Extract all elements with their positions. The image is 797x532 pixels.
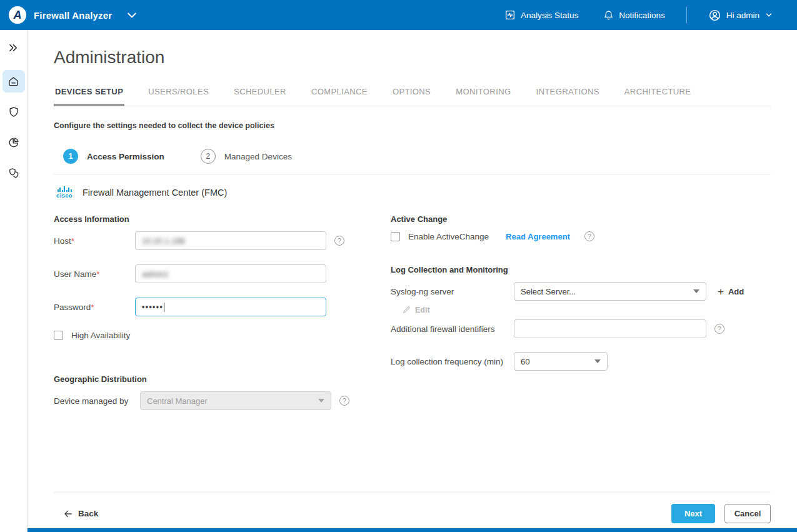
password-dots: •••••• — [142, 303, 163, 311]
log-collection-heading: Log Collection and Monitoring — [391, 265, 771, 274]
user-menu-button[interactable]: Hi admin — [698, 9, 783, 22]
sidebar-expand-button[interactable] — [3, 36, 25, 59]
host-label: Host* — [54, 236, 135, 246]
high-availability-checkbox[interactable] — [54, 331, 63, 340]
chevron-down-icon — [693, 289, 699, 293]
password-input[interactable]: •••••• — [135, 298, 326, 316]
syslog-server-row: Syslog-ng server Select Server... + Add — [391, 282, 771, 301]
cisco-logo-icon: cisco — [54, 186, 75, 199]
user-menu-chevron-icon — [764, 11, 773, 19]
tab-monitoring[interactable]: MONITORING — [454, 83, 512, 106]
app-title: Firewall Analyzer — [34, 10, 112, 21]
tab-scheduler[interactable]: SCHEDULER — [233, 83, 288, 106]
back-button[interactable]: Back — [63, 509, 98, 519]
read-agreement-link[interactable]: Read Agreement — [506, 232, 570, 241]
username-row: User Name* admin1 — [54, 264, 350, 283]
bell-icon — [603, 10, 614, 21]
analysis-status-button[interactable]: Analysis Status — [494, 9, 588, 21]
firewall-identifiers-row: Additional firewall identifiers ? — [391, 319, 771, 338]
firewall-identifiers-input[interactable] — [514, 319, 706, 338]
app-logo-icon[interactable]: A — [9, 6, 26, 24]
tab-options[interactable]: OPTIONS — [391, 83, 432, 106]
analysis-status-label: Analysis Status — [521, 11, 578, 20]
step-2-badge: 2 — [201, 149, 216, 164]
main-content: Administration DEVICES SETUP USERS/ROLES… — [28, 30, 797, 532]
footer-divider — [54, 493, 771, 493]
page-subtitle: Configure the settings needed to collect… — [54, 121, 771, 130]
back-label: Back — [78, 509, 98, 518]
analysis-status-icon — [504, 9, 516, 21]
enable-activechange-row: Enable ActiveChange Read Agreement ? — [391, 231, 771, 241]
enable-activechange-checkbox[interactable] — [391, 232, 400, 241]
double-chevron-right-icon — [8, 42, 19, 54]
pie-chart-icon — [8, 136, 20, 149]
device-managed-by-label: Device managed by — [54, 396, 140, 406]
username-value-redacted: admin1 — [142, 269, 169, 279]
arrow-left-icon — [63, 509, 73, 519]
topbar-separator — [686, 7, 687, 23]
edit-label: Edit — [415, 306, 430, 314]
device-header: cisco Firewall Management Center (FMC) — [54, 186, 771, 199]
sidebar-item-reports[interactable] — [3, 131, 25, 154]
high-availability-checkbox-row[interactable]: High Availability — [54, 331, 350, 340]
access-information-heading: Access Information — [54, 214, 350, 224]
footer-actions: Back Next Cancel — [54, 504, 771, 523]
step-access-permission[interactable]: 1 Access Permission — [63, 149, 164, 164]
device-managed-by-help-icon[interactable]: ? — [339, 396, 349, 406]
username-label: User Name* — [54, 269, 135, 279]
user-avatar-icon — [708, 9, 721, 22]
active-change-heading: Active Change — [391, 214, 771, 224]
host-row: Host* 10.20.1.198 ? — [54, 231, 350, 250]
host-input[interactable]: 10.20.1.198 — [135, 231, 326, 250]
firewall-identifiers-label: Additional firewall identifiers — [391, 324, 514, 334]
username-input[interactable]: admin1 — [135, 264, 326, 283]
log-frequency-value: 60 — [521, 357, 589, 366]
shield-icon — [8, 106, 20, 118]
page-title: Administration — [54, 48, 771, 68]
top-bar: A Firewall Analyzer Analysis Status Noti… — [0, 0, 797, 30]
step-1-label: Access Permission — [87, 152, 164, 161]
high-availability-label: High Availability — [71, 331, 130, 340]
password-row: Password* •••••• — [54, 298, 350, 316]
device-managed-by-select: Central Manager — [140, 391, 331, 410]
host-value-redacted: 10.20.1.198 — [142, 236, 185, 246]
add-syslog-server-button[interactable]: + Add — [718, 286, 744, 297]
tab-architecture[interactable]: ARCHITECTURE — [623, 83, 693, 106]
app-switcher-chevron-icon[interactable] — [126, 9, 138, 21]
notifications-label: Notifications — [619, 11, 665, 20]
sidebar-item-home[interactable] — [3, 70, 25, 93]
footer-accent-bar — [28, 528, 797, 532]
sidebar-item-security[interactable] — [3, 101, 25, 123]
chevron-down-icon — [594, 359, 601, 363]
step-managed-devices[interactable]: 2 Managed Devices — [201, 149, 292, 164]
tab-users-roles[interactable]: USERS/ROLES — [147, 83, 210, 106]
step-2-label: Managed Devices — [224, 152, 292, 161]
tab-compliance[interactable]: COMPLIANCE — [310, 83, 369, 106]
device-name-label: Firewall Management Center (FMC) — [83, 188, 227, 198]
device-managed-by-value: Central Manager — [147, 396, 313, 406]
password-label: Password* — [54, 303, 135, 312]
log-frequency-select[interactable]: 60 — [514, 352, 608, 371]
syslog-server-select[interactable]: Select Server... — [514, 282, 706, 301]
stepper-divider — [54, 174, 771, 174]
text-cursor — [164, 303, 164, 312]
add-label: Add — [728, 287, 744, 296]
cancel-button[interactable]: Cancel — [724, 504, 771, 523]
log-frequency-row: Log collection frequency (min) 60 — [391, 352, 771, 371]
host-help-icon[interactable]: ? — [334, 236, 344, 246]
next-button[interactable]: Next — [671, 504, 715, 523]
chevron-down-icon — [318, 399, 324, 403]
device-managed-by-row: Device managed by Central Manager ? — [54, 391, 350, 410]
tab-integrations[interactable]: INTEGRATIONS — [534, 83, 600, 106]
home-icon — [7, 75, 20, 88]
enable-activechange-label: Enable ActiveChange — [408, 232, 489, 241]
geographic-distribution-heading: Geographic Distribution — [54, 374, 350, 384]
pencil-icon — [402, 306, 411, 314]
sidebar-rail — [0, 30, 28, 532]
sidebar-item-policies[interactable] — [3, 162, 25, 184]
firewall-identifiers-help-icon[interactable]: ? — [714, 324, 724, 334]
notifications-button[interactable]: Notifications — [593, 10, 675, 21]
activechange-help-icon[interactable]: ? — [584, 231, 594, 241]
tab-devices-setup[interactable]: DEVICES SETUP — [54, 83, 124, 106]
step-1-badge: 1 — [63, 149, 78, 164]
